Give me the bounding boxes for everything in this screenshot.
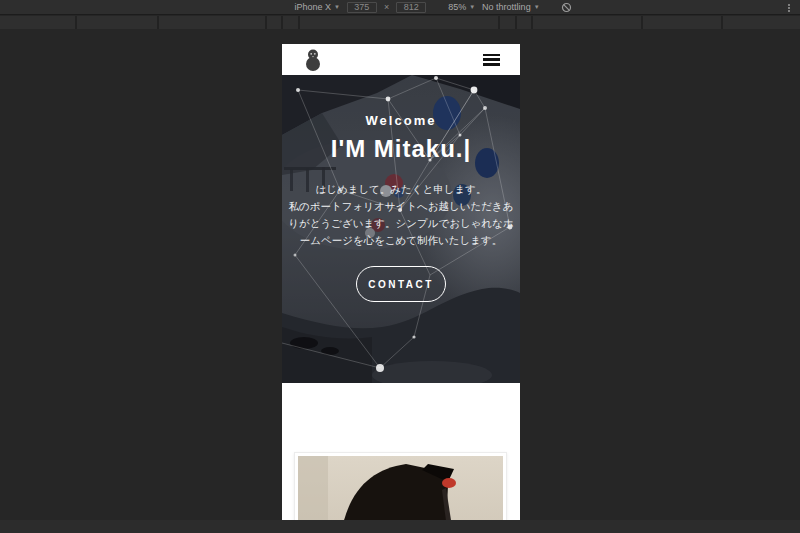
hero-welcome-text: Welcome bbox=[282, 113, 520, 128]
rotate-disabled-icon[interactable] bbox=[560, 1, 573, 14]
snowman-logo[interactable] bbox=[304, 48, 322, 72]
zoom-select[interactable]: 85% ▼ bbox=[448, 2, 475, 12]
media-query-bar bbox=[0, 16, 800, 29]
media-query-segment[interactable] bbox=[533, 16, 643, 29]
contact-button[interactable]: CONTACT bbox=[356, 266, 446, 302]
intro-line: ームページを心をこめて制作いたします。 bbox=[282, 232, 520, 249]
chevron-down-icon: ▼ bbox=[469, 4, 475, 10]
hero-section: Welcome I'M Mitaku.| はじめまして。みたくと申します。 私の… bbox=[282, 75, 520, 383]
media-query-segment[interactable] bbox=[300, 16, 500, 29]
hamburger-menu-icon[interactable] bbox=[483, 54, 500, 66]
media-query-segment[interactable] bbox=[517, 16, 533, 29]
site-header bbox=[282, 44, 520, 75]
media-query-segment[interactable] bbox=[0, 16, 77, 29]
device-width-input[interactable] bbox=[347, 2, 377, 13]
throttling-label: No throttling bbox=[482, 2, 531, 12]
hero-intro-text: はじめまして。みたくと申します。 私のポートフォリオサイトへお越しいただきあ り… bbox=[282, 181, 520, 249]
intro-line: りがとうございます。シンプルでおしゃれなホ bbox=[282, 215, 520, 232]
intro-line: はじめまして。みたくと申します。 bbox=[282, 181, 520, 198]
device-type-label: iPhone X bbox=[294, 2, 331, 12]
more-options-icon[interactable] bbox=[782, 1, 795, 14]
hero-title: I'M Mitaku.| bbox=[282, 135, 520, 163]
media-query-segment[interactable] bbox=[77, 16, 159, 29]
works-section bbox=[282, 383, 520, 520]
media-query-segment[interactable] bbox=[267, 16, 283, 29]
work-photo bbox=[298, 456, 503, 520]
throttling-select[interactable]: No throttling ▼ bbox=[482, 2, 539, 12]
media-query-segment[interactable] bbox=[283, 16, 300, 29]
devtools-window: iPhone X ▼ × 85% ▼ No throttling ▼ bbox=[0, 0, 800, 533]
media-query-segment[interactable] bbox=[643, 16, 723, 29]
device-height-input[interactable] bbox=[396, 2, 426, 13]
media-query-segment[interactable] bbox=[159, 16, 267, 29]
dimension-separator: × bbox=[384, 2, 389, 12]
chevron-down-icon: ▼ bbox=[334, 4, 340, 10]
chevron-down-icon: ▼ bbox=[534, 4, 540, 10]
canvas-scrollbar-strip[interactable] bbox=[0, 520, 800, 533]
media-query-segment[interactable] bbox=[723, 16, 800, 29]
media-query-segment[interactable] bbox=[500, 16, 517, 29]
device-type-select[interactable]: iPhone X ▼ bbox=[294, 2, 339, 12]
intro-line: 私のポートフォリオサイトへお越しいただきあ bbox=[282, 198, 520, 215]
emulated-viewport: Welcome I'M Mitaku.| はじめまして。みたくと申します。 私の… bbox=[282, 44, 520, 520]
work-card[interactable] bbox=[294, 452, 507, 520]
zoom-label: 85% bbox=[448, 2, 466, 12]
device-toolbar: iPhone X ▼ × 85% ▼ No throttling ▼ bbox=[0, 0, 800, 15]
